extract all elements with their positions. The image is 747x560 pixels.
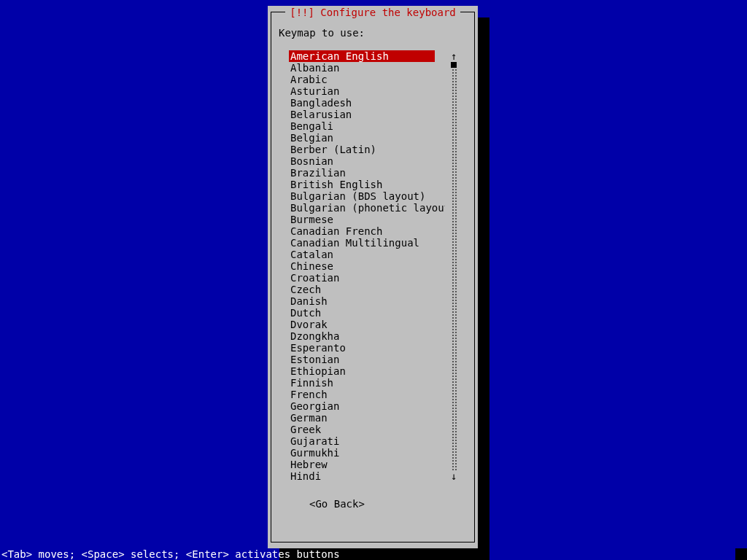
keymap-item[interactable]: American English — [289, 50, 435, 62]
prompt-label: Keymap to use: — [279, 27, 467, 39]
keymap-item[interactable]: Estonian — [289, 354, 445, 365]
keymap-item[interactable]: Bangladesh — [289, 97, 445, 109]
keymap-item[interactable]: Hebrew — [289, 459, 445, 470]
keymap-item[interactable]: Brazilian — [289, 167, 445, 179]
dialog-title: [!!] Configure the keyboard — [271, 7, 474, 18]
keymap-list-wrap: American EnglishAlbanianArabicAsturianBa… — [289, 50, 458, 482]
keymap-item[interactable]: Dutch — [289, 307, 445, 319]
scrollbar-thumb[interactable] — [451, 62, 457, 68]
keymap-item[interactable]: Greek — [289, 424, 445, 435]
keymap-item[interactable]: Canadian French — [289, 225, 445, 237]
dialog-configure-keyboard: [!!] Configure the keyboard Keymap to us… — [268, 6, 478, 548]
keymap-item[interactable]: Bulgarian (phonetic layout) — [289, 202, 445, 214]
keymap-item[interactable]: Bengali — [289, 120, 445, 132]
keymap-item[interactable]: Chinese — [289, 260, 445, 272]
keymap-item[interactable]: Hindi — [289, 470, 445, 482]
status-bar-text: <Tab> moves; <Space> selects; <Enter> ac… — [1, 548, 340, 560]
keymap-item[interactable]: Georgian — [289, 400, 445, 412]
keymap-item[interactable]: Arabic — [289, 74, 445, 85]
keymap-item[interactable]: Ethiopian — [289, 365, 445, 377]
keymap-item[interactable]: Dvorak — [289, 319, 445, 330]
dialog-title-text: [!!] Configure the keyboard — [285, 7, 460, 18]
keymap-item[interactable]: Croatian — [289, 272, 445, 284]
keymap-item[interactable]: Berber (Latin) — [289, 144, 445, 155]
keymap-item[interactable]: Belarusian — [289, 109, 445, 120]
keymap-item[interactable]: Esperanto — [289, 342, 445, 354]
keymap-item[interactable]: Finnish — [289, 377, 445, 389]
status-bar: <Tab> moves; <Space> selects; <Enter> ac… — [0, 548, 747, 560]
keymap-item[interactable]: German — [289, 412, 445, 424]
keymap-item[interactable]: Belgian — [289, 132, 445, 144]
keymap-item[interactable]: Albanian — [289, 62, 445, 74]
keymap-item[interactable]: French — [289, 389, 445, 400]
keymap-item[interactable]: Bosnian — [289, 155, 445, 167]
scrollbar-track[interactable] — [451, 62, 457, 470]
keymap-item[interactable]: Danish — [289, 295, 445, 307]
dialog-frame: [!!] Configure the keyboard Keymap to us… — [271, 12, 475, 542]
keymap-item[interactable]: Gurmukhi — [289, 447, 445, 459]
keymap-item[interactable]: British English — [289, 179, 445, 190]
keymap-item[interactable]: Gujarati — [289, 435, 445, 447]
keymap-list[interactable]: American EnglishAlbanianArabicAsturianBa… — [289, 50, 445, 482]
installer-screen: [!!] Configure the keyboard Keymap to us… — [0, 0, 747, 560]
keymap-item[interactable]: Bulgarian (BDS layout) — [289, 190, 445, 202]
scroll-down-icon[interactable]: ↓ — [449, 470, 458, 482]
keymap-item[interactable]: Burmese — [289, 214, 445, 225]
dialog-body: Keymap to use: American EnglishAlbanianA… — [279, 27, 467, 534]
scroll-up-icon[interactable]: ↑ — [449, 50, 458, 62]
keymap-item[interactable]: Asturian — [289, 85, 445, 97]
keymap-item[interactable]: Dzongkha — [289, 330, 445, 342]
go-back-button[interactable]: <Go Back> — [309, 498, 467, 510]
keymap-item[interactable]: Canadian Multilingual — [289, 237, 445, 249]
keymap-item[interactable]: Catalan — [289, 249, 445, 260]
keymap-item[interactable]: Czech — [289, 284, 445, 295]
